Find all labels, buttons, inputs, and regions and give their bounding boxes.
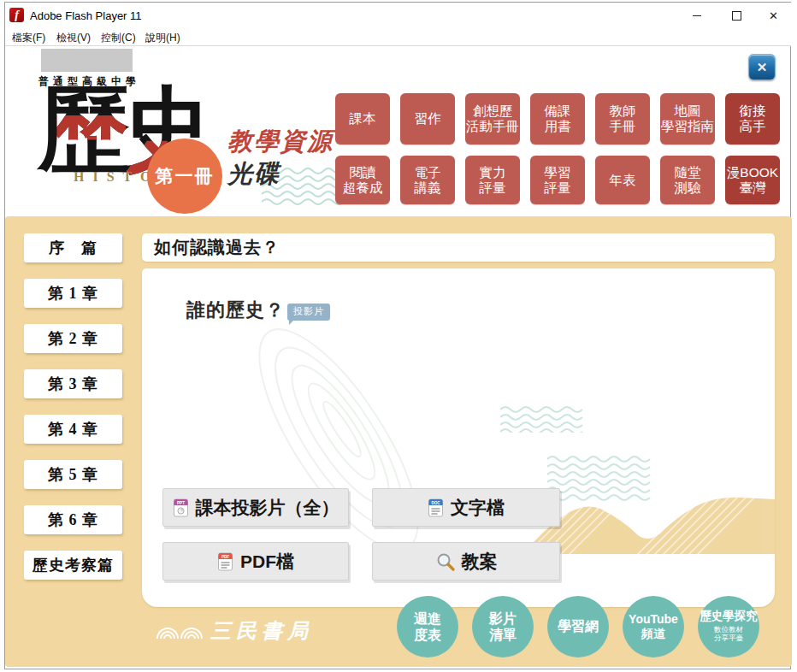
publisher-logo: 三民書局 [156,617,313,645]
history-inquiry-circle[interactable]: 歷史學探究 數位教材 分享平臺 [698,596,759,657]
weekly-schedule-circle[interactable]: 週進 度表 [397,596,458,657]
textbook-slides-button[interactable]: PPT 課本投影片（全） [162,488,349,527]
learning-web-circle[interactable]: 學習網 [547,596,609,657]
svg-text:PDF: PDF [221,554,229,558]
svg-text:PPT: PPT [177,500,185,504]
resource-button-activity-manual[interactable]: 創想歷 活動手冊 [465,93,520,144]
rainbow-arches-icon [156,620,205,642]
resource-button-workbook[interactable]: 習作 [400,93,455,144]
menu-control[interactable]: 控制(C) [97,31,139,45]
content-panel: 誰的歷史？ 投影片 PPT 課本投影片（全） DOC 文字檔 PDF [142,268,775,607]
magnifier-icon [435,551,456,572]
resource-button-lesson-prep[interactable]: 備課 用書 [530,93,585,144]
app-close-button[interactable]: ✕ [748,54,776,80]
menubar: 檔案(F) 檢視(V) 控制(C) 說明(H) [5,28,791,46]
sidebar-item-prologue[interactable]: 序 篇 [24,233,122,262]
sidebar-item-chapter-6[interactable]: 第 6 章 [24,505,122,534]
slideshow-tag[interactable]: 投影片 [287,304,330,321]
lesson-plan-button[interactable]: 教案 [372,542,560,581]
resource-button-teacher-manual[interactable]: 教師 手冊 [595,93,650,144]
volume-badge: 第一冊 [147,139,222,214]
flash-player-icon: f [9,8,24,22]
minimize-icon [693,15,701,16]
sidebar-item-chapter-1[interactable]: 第 1 章 [24,279,122,308]
maximize-icon [732,11,741,21]
resource-button-timeline[interactable]: 年表 [595,156,650,204]
resource-button-learning-test[interactable]: 學習 評量 [530,156,585,204]
resource-button-manbook-taiwan[interactable]: 漫BOOK 臺灣 [725,156,780,204]
window-title: Adobe Flash Player 11 [30,9,142,22]
sidebar-item-chapter-3[interactable]: 第 3 章 [24,369,122,398]
sidebar-item-chapter-2[interactable]: 第 2 章 [24,324,122,353]
sidebar-item-chapter-4[interactable]: 第 4 章 [24,415,122,444]
lesson-item-title[interactable]: 誰的歷史？ [186,298,285,323]
resource-button-bridge-master[interactable]: 銜接 高手 [725,93,780,144]
svg-text:DOC: DOC [431,500,440,504]
resource-button-map-guide[interactable]: 地圖 學習指南 [660,93,715,144]
school-logo-placeholder [41,49,133,72]
ppt-file-icon: PPT [173,498,190,518]
wave-decoration [500,405,594,433]
tagline-disc: 光碟 [227,157,280,192]
menu-file[interactable]: 檔案(F) [9,31,49,45]
pdf-file-icon: PDF [217,551,234,572]
youtube-channel-circle[interactable]: YouTube 頻道 [623,596,684,657]
resource-button-quiz[interactable]: 隨堂 測驗 [660,156,715,204]
pdf-file-button[interactable]: PDF PDF檔 [162,542,349,581]
tagline-resource: 教學資源 [227,125,334,159]
resource-button-reading[interactable]: 閱讀 超養成 [335,156,390,204]
maximize-button[interactable] [717,3,756,28]
text-file-button[interactable]: DOC 文字檔 [372,488,560,527]
minimize-button[interactable] [677,3,717,28]
app-close-icon: ✕ [757,60,768,75]
content-heading-bar: 如何認識過去？ [142,233,775,262]
publisher-name: 三民書局 [210,617,313,645]
content-heading: 如何認識過去？ [154,236,280,259]
titlebar: f Adobe Flash Player 11 ✕ [5,3,791,28]
doc-file-icon: DOC [428,498,445,518]
resource-button-e-lecture[interactable]: 電子 講義 [400,156,455,204]
resource-button-textbook[interactable]: 課本 [335,93,390,144]
close-icon: ✕ [769,9,778,22]
menu-help[interactable]: 說明(H) [142,31,184,45]
sidebar-item-chapter-5[interactable]: 第 5 章 [24,460,122,489]
close-button[interactable]: ✕ [756,3,791,28]
resource-button-ability-test[interactable]: 實力 評量 [465,156,520,204]
sidebar-item-fieldwork[interactable]: 歷史考察篇 [24,551,122,580]
menu-view[interactable]: 檢視(V) [53,31,94,45]
video-list-circle[interactable]: 影片 清單 [472,596,534,657]
